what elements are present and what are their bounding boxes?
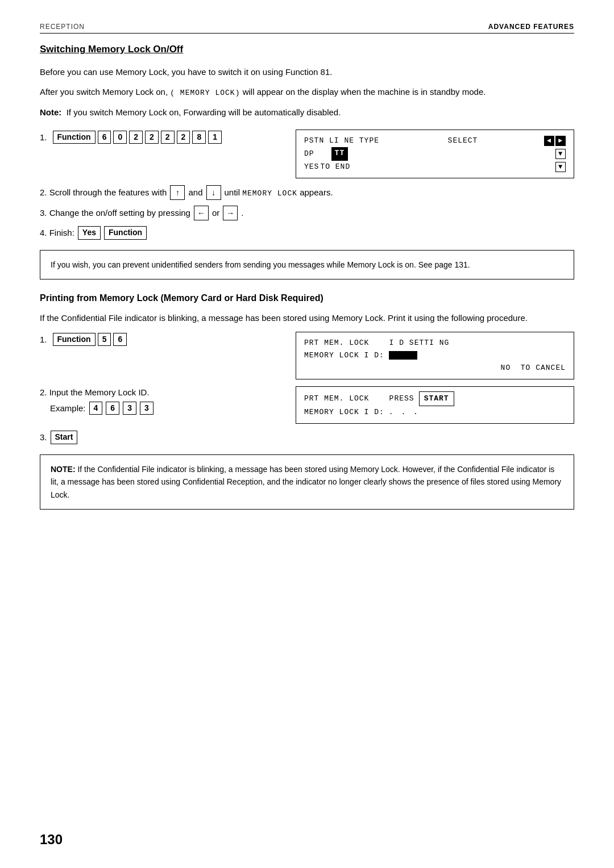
- page-number: 130: [40, 832, 63, 848]
- step2-1-row: 1. Function 5 6 PRT MEM. LOCK I D SETTI …: [40, 332, 574, 379]
- function-key-finish[interactable]: Function: [104, 226, 147, 240]
- up-arrow-key[interactable]: ↑: [170, 185, 185, 200]
- lcd3-start-key: START: [419, 391, 454, 406]
- lcd2-id-label: MEMORY LOCK I D:: [304, 349, 384, 362]
- key-1[interactable]: 1: [208, 131, 222, 144]
- lcd2-cancel: NO TO CANCEL: [501, 362, 566, 374]
- lcd-row-2: DP TT ▼: [304, 147, 566, 161]
- header-right: Advanced Features: [488, 23, 574, 31]
- lcd-dp: DP: [304, 148, 314, 160]
- step2-and: and: [188, 186, 202, 199]
- lcd2-row2: MEMORY LOCK I D:: [304, 349, 566, 362]
- step2-text: 2. Scroll through the features with: [40, 186, 167, 199]
- lcd-row-3: YES TO END ▼: [304, 161, 566, 173]
- lcd3-row1: PRT MEM. LOCK PRESS START: [304, 391, 566, 406]
- lcd-pstn-type: PSTN LI NE TYPE: [304, 135, 379, 147]
- step2-2-left: 2. Input the Memory Lock ID. Example: 4 …: [40, 386, 284, 415]
- step1-left: 1. Function 6 0 2 2 2 2 8 1: [40, 130, 284, 144]
- page-header: Reception Advanced Features: [40, 23, 574, 34]
- step3-text: 3. Change the on/off setting by pressing: [40, 206, 190, 220]
- key-6[interactable]: 6: [98, 131, 111, 144]
- step2-row: 2. Scroll through the features with ↑ an…: [40, 185, 574, 200]
- function-key-2[interactable]: Function: [53, 333, 96, 347]
- step1-lcd: PSTN LI NE TYPE SELECT ◄ ► DP TT ▼ YES: [296, 130, 574, 178]
- step2-2-example: Example:: [50, 403, 86, 413]
- note-box-2-text: If the Confidential File indicator is bl…: [51, 465, 561, 499]
- lcd2-title: PRT MEM. LOCK I D SETTI NG: [304, 337, 449, 349]
- down-arrow-icon: ▼: [555, 149, 566, 159]
- lcd3-id-label: MEMORY LOCK I D:: [304, 406, 384, 419]
- lcd3-title: PRT MEM. LOCK PRESS: [304, 393, 414, 405]
- note-box-2-bold: NOTE:: [51, 465, 76, 474]
- step2-1-left: 1. Function 5 6: [40, 332, 284, 347]
- lcd3-row2: MEMORY LOCK I D: . . .: [304, 406, 566, 419]
- start-key-3[interactable]: Start: [51, 431, 78, 444]
- lcd-yes-to-end: YES: [304, 161, 319, 173]
- down-icon: ▼: [555, 162, 566, 172]
- step4-row: 4. Finish: Yes Function: [40, 226, 574, 240]
- memory-lock-code: ( MEMORY LOCK): [170, 89, 240, 97]
- lcd-to-end: TO END: [320, 161, 350, 173]
- lcd-row-1: PSTN LI NE TYPE SELECT ◄ ►: [304, 135, 566, 147]
- info-box-1: If you wish, you can prevent unidentifie…: [40, 250, 574, 279]
- lcd2-row3: NO TO CANCEL: [304, 362, 566, 374]
- note-box-2: NOTE: If the Confidential File indicator…: [40, 454, 574, 510]
- key-3a[interactable]: 3: [123, 402, 136, 415]
- header-left: Reception: [40, 23, 85, 31]
- lcd2-id-fill: [389, 351, 417, 360]
- key-4[interactable]: 4: [89, 402, 103, 415]
- yes-key[interactable]: Yes: [78, 226, 101, 240]
- section1-title: Switching Memory Lock On/Off: [40, 44, 574, 55]
- key-8[interactable]: 8: [192, 131, 206, 144]
- step2-2-row: 2. Input the Memory Lock ID. Example: 4 …: [40, 386, 574, 424]
- step3-or: or: [212, 206, 219, 220]
- step1-row: 1. Function 6 0 2 2 2 2 8 1 PSTN LI NE T…: [40, 130, 574, 178]
- lcd-down-arrow-btn: ▼: [555, 148, 566, 160]
- key-6-ex[interactable]: 6: [106, 402, 119, 415]
- section1-para1: Before you can use Memory Lock, you have…: [40, 65, 574, 78]
- page: Reception Advanced Features Switching Me…: [0, 0, 614, 868]
- key-5[interactable]: 5: [98, 333, 111, 347]
- left-arrow-icon: ◄: [544, 136, 554, 146]
- lcd-display-3: PRT MEM. LOCK PRESS START MEMORY LOCK I …: [296, 386, 574, 424]
- lcd3-dots: . . .: [389, 406, 420, 419]
- section1-note: Note: If you switch Memory Lock on, Forw…: [40, 106, 574, 119]
- key-0[interactable]: 0: [113, 131, 127, 144]
- lcd-tt: TT: [331, 147, 349, 161]
- section1-para2: After you switch Memory Lock on, ( MEMOR…: [40, 85, 574, 99]
- key-2d[interactable]: 2: [177, 131, 190, 144]
- function-key-1[interactable]: Function: [53, 131, 96, 144]
- section2-title: Printing from Memory Lock (Memory Card o…: [40, 293, 574, 303]
- key-6-2[interactable]: 6: [113, 333, 127, 347]
- step3-period: .: [241, 206, 243, 220]
- key-3b[interactable]: 3: [140, 402, 154, 415]
- info-box-1-text: If you wish, you can prevent unidentifie…: [51, 260, 470, 269]
- lcd-display-1: PSTN LI NE TYPE SELECT ◄ ► DP TT ▼ YES: [296, 130, 574, 178]
- section2-para1: If the Confidential File indicator is bl…: [40, 311, 574, 324]
- key-2b[interactable]: 2: [145, 131, 159, 144]
- lcd-arrows-right: ◄ ►: [544, 136, 566, 146]
- lcd-display-2: PRT MEM. LOCK I D SETTI NG MEMORY LOCK I…: [296, 332, 574, 379]
- lcd-down-end-icon: ▼: [555, 161, 566, 173]
- lcd-select: SELECT: [448, 135, 478, 147]
- step2-1-lcd: PRT MEM. LOCK I D SETTI NG MEMORY LOCK I…: [296, 332, 574, 379]
- right-arrow-icon: ►: [555, 136, 566, 146]
- step2-2-lcd: PRT MEM. LOCK PRESS START MEMORY LOCK I …: [296, 386, 574, 424]
- step4-text: 4. Finish:: [40, 226, 74, 240]
- left-arrow-key[interactable]: ←: [194, 206, 209, 220]
- key-2a[interactable]: 2: [129, 131, 143, 144]
- step2-2-text: 2. Input the Memory Lock ID.: [40, 387, 150, 397]
- step1-number: 1.: [40, 132, 47, 142]
- key-2c[interactable]: 2: [161, 131, 175, 144]
- step3-row: 3. Change the on/off setting by pressing…: [40, 206, 574, 220]
- right-arrow-key[interactable]: →: [223, 206, 238, 220]
- down-arrow-key[interactable]: ↓: [206, 185, 221, 200]
- step2-3-number: 3.: [40, 431, 47, 444]
- lcd2-row1: PRT MEM. LOCK I D SETTI NG: [304, 337, 566, 349]
- step2-until: until MEMORY LOCK appears.: [225, 186, 333, 200]
- step2-1-number: 1.: [40, 335, 47, 344]
- step2-3-row: 3. Start: [40, 431, 574, 444]
